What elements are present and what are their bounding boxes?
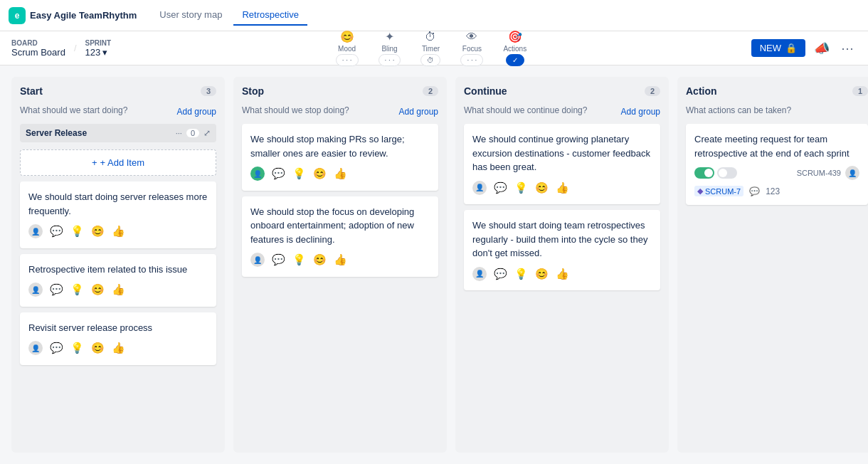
emoji-icon[interactable]: 😊 [313, 166, 327, 182]
toolbar-bling[interactable]: ✦ Bling · · · [373, 28, 407, 68]
card-actions: 👤 💬 💡 😊 👍 [28, 340, 208, 357]
card-start-2: Retrospective item related to this issue… [20, 254, 216, 307]
stop-column-title: Stop [242, 85, 264, 97]
comment-icon[interactable]: 💬 [50, 282, 63, 298]
comment-icon[interactable]: 💬 [494, 266, 507, 283]
thumbs-icon[interactable]: 👍 [556, 180, 569, 196]
nav-tabs: User story map Retrospective [151, 5, 307, 26]
bulb-icon[interactable]: 💡 [70, 340, 84, 357]
card-continue-2: We should start doing team retrospective… [464, 210, 660, 290]
bling-label-text: Bling [381, 45, 397, 53]
group-server-release: Server Release ··· 0 ⤢ [20, 124, 216, 142]
group-more-icon[interactable]: ··· [176, 129, 182, 137]
toolbar-actions[interactable]: 🎯 Actions ✓ [497, 28, 532, 68]
action-subtitle: What actions can be taken? [686, 105, 868, 115]
megaphone-button[interactable]: 📣 [811, 38, 832, 59]
thumbs-icon[interactable]: 👍 [334, 252, 347, 268]
card-stop-1: We should stop making PRs so large; smal… [242, 124, 438, 191]
board-name[interactable]: Scrum Board [11, 47, 65, 58]
start-column-count: 3 [201, 86, 216, 96]
column-continue: Continue 2 What should we continue doing… [455, 77, 669, 453]
toggle-cancel[interactable] [717, 167, 737, 179]
tab-user-story-map[interactable]: User story map [151, 5, 231, 26]
thumbs-icon[interactable]: 👍 [112, 282, 125, 298]
column-stop: Stop 2 What should we stop doing? Add gr… [233, 77, 447, 453]
action-issue: SCRUM-439 [797, 169, 841, 177]
focus-pill: · · · [460, 54, 483, 66]
plus-icon: + [92, 157, 97, 168]
card-text: We should start doing server releases mo… [28, 190, 208, 218]
timer-label-text: Timer [422, 45, 440, 53]
app-logo-icon: e [9, 7, 26, 24]
action-row: SCRUM-439 👤 [694, 166, 859, 180]
thumbs-icon[interactable]: 👍 [556, 266, 569, 283]
action-status [694, 167, 737, 179]
thumbs-icon[interactable]: 👍 [112, 340, 125, 357]
add-item-box[interactable]: + + Add Item [20, 149, 216, 176]
actions-icon: 🎯 [508, 30, 522, 43]
comment-icon[interactable]: 💬 [272, 252, 285, 268]
new-button[interactable]: NEW 🔒 [751, 39, 805, 57]
action-column-count: 1 [852, 86, 868, 96]
emoji-icon[interactable]: 😊 [313, 252, 327, 268]
column-start: Start 3 What should we start doing? Add … [11, 77, 225, 453]
avatar: 👤 [28, 224, 43, 238]
bulb-icon[interactable]: 💡 [292, 166, 306, 182]
comment-icon[interactable]: 💬 [50, 340, 63, 357]
mood-pill: · · · [336, 54, 359, 66]
start-subtitle: What should we start doing? [20, 105, 127, 115]
toolbar-center: 😊 start Mood · · · ✦ Bling · · · ⏱ Timer… [330, 28, 533, 68]
emoji-icon[interactable]: 😊 [535, 180, 549, 196]
expand-icon[interactable]: ⤢ [203, 128, 211, 138]
stop-add-group-button[interactable]: Add group [399, 107, 438, 117]
card-actions: 👤 💬 💡 😊 👍 [472, 266, 652, 283]
comment-icon[interactable]: 💬 [272, 166, 285, 182]
card-stop-2: We should stop the focus on developing o… [242, 196, 438, 277]
avatar: 👤 [250, 253, 265, 267]
sprint-selector[interactable]: 123 ▾ [85, 47, 112, 58]
card-continue-1: We should continue growing planetary exc… [464, 124, 660, 204]
comment-icon[interactable]: 💬 [494, 180, 507, 196]
card-start-3: Revisit server release process 👤 💬 💡 😊 👍 [20, 312, 216, 365]
toggle-done[interactable] [694, 167, 714, 179]
bulb-icon[interactable]: 💡 [292, 252, 306, 268]
toolbar-focus[interactable]: 👁 Focus · · · [455, 29, 489, 68]
emoji-icon[interactable]: 😊 [535, 266, 549, 283]
emoji-icon[interactable]: 😊 [91, 340, 105, 357]
start-add-group-button[interactable]: Add group [177, 107, 216, 117]
app-logo: e Easy Agile TeamRhythm [9, 7, 137, 24]
emoji-icon[interactable]: 😊 [91, 282, 105, 298]
card-actions: 👤 💬 💡 😊 👍 [250, 252, 430, 268]
bulb-icon[interactable]: 💡 [514, 180, 528, 196]
thumbs-icon[interactable]: 👍 [334, 166, 347, 182]
card-text: Revisit server release process [28, 321, 208, 335]
timer-pill: ⏱ [420, 54, 440, 66]
continue-add-group-button[interactable]: Add group [621, 107, 660, 117]
action-user-avatar: 👤 [845, 166, 859, 180]
bulb-icon[interactable]: 💡 [514, 266, 528, 283]
card-text: We should continue growing planetary exc… [472, 132, 652, 174]
stop-subtitle: What should we stop doing? [242, 105, 349, 115]
action-link-badge[interactable]: ◆ SCRUM-7 [694, 186, 743, 196]
more-options-button[interactable]: ⋯ [838, 38, 857, 59]
group-count: 0 [186, 129, 199, 137]
mood-icon: 😊 [340, 30, 354, 43]
bulb-icon[interactable]: 💡 [70, 223, 84, 240]
comment-icon[interactable]: 💬 [50, 223, 63, 240]
focus-icon: 👁 [466, 31, 477, 43]
action-card-1: Create meeting request for team retrospe… [686, 124, 868, 205]
timer-icon: ⏱ [425, 31, 436, 43]
toolbar-mood[interactable]: 😊 start Mood · · · [330, 28, 364, 68]
mood-label-text: Mood [338, 45, 356, 53]
start-subtitle-row: What should we start doing? Add group [20, 105, 216, 118]
actions-label-text: Actions [503, 45, 526, 53]
scrum-badge-label: SCRUM-7 [705, 187, 741, 196]
avatar: 👤 [28, 283, 43, 297]
emoji-icon[interactable]: 😊 [91, 223, 105, 240]
thumbs-icon[interactable]: 👍 [112, 223, 125, 240]
bulb-icon[interactable]: 💡 [70, 282, 84, 298]
card-start-1: We should start doing server releases mo… [20, 181, 216, 248]
toolbar-timer[interactable]: ⏱ Timer ⏱ [415, 29, 446, 68]
avatar: 👤 [472, 181, 487, 195]
tab-retrospective[interactable]: Retrospective [233, 5, 307, 26]
